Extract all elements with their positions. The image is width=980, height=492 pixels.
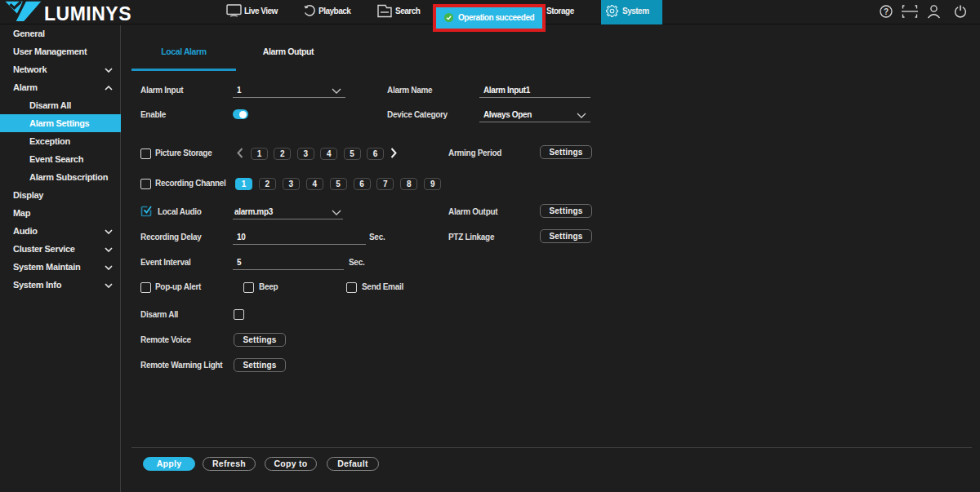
svg-text:?: ? (884, 7, 889, 16)
